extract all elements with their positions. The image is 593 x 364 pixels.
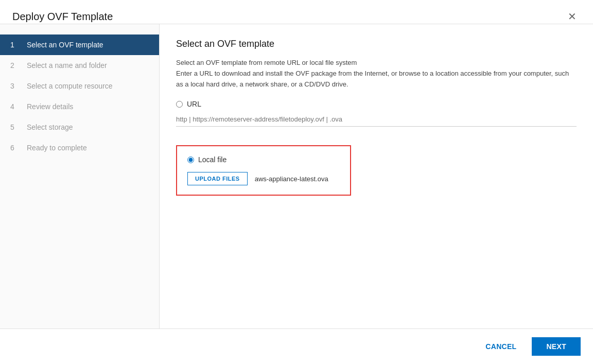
dialog-title: Deploy OVF Template bbox=[12, 11, 564, 23]
local-file-header: Local file bbox=[187, 155, 340, 164]
deploy-ovf-dialog: Deploy OVF Template ✕ 1 Select an OVF te… bbox=[0, 0, 593, 364]
content-title: Select an OVF template bbox=[176, 39, 577, 49]
url-radio-group: URL bbox=[176, 100, 577, 137]
step-5-label: Select storage bbox=[27, 123, 73, 131]
sidebar-item-2[interactable]: 2 Select a name and folder bbox=[0, 55, 159, 76]
file-name: aws-appliance-latest.ova bbox=[255, 175, 328, 183]
sidebar-item-6[interactable]: 6 Ready to complete bbox=[0, 137, 159, 158]
sidebar-item-3[interactable]: 3 Select a compute resource bbox=[0, 76, 159, 96]
sidebar: 1 Select an OVF template 2 Select a name… bbox=[0, 24, 160, 328]
main-content: Select an OVF template Select an OVF tem… bbox=[160, 24, 593, 328]
description: Select an OVF template from remote URL o… bbox=[176, 58, 577, 90]
step-3-label: Select a compute resource bbox=[27, 82, 113, 90]
step-6-label: Ready to complete bbox=[27, 144, 87, 152]
description-line2: Enter a URL to download and install the … bbox=[176, 68, 577, 90]
upload-files-button[interactable]: UPLOAD FILES bbox=[187, 172, 248, 185]
local-file-box: Local file UPLOAD FILES aws-appliance-la… bbox=[176, 145, 351, 196]
dialog-header: Deploy OVF Template ✕ bbox=[0, 0, 593, 24]
dialog-footer: CANCEL NEXT bbox=[0, 328, 593, 364]
step-4-number: 4 bbox=[10, 102, 22, 111]
step-1-label: Select an OVF template bbox=[27, 41, 103, 49]
sidebar-item-1[interactable]: 1 Select an OVF template bbox=[0, 34, 159, 55]
next-button[interactable]: NEXT bbox=[532, 337, 581, 356]
step-2-number: 2 bbox=[10, 61, 22, 70]
step-1-number: 1 bbox=[10, 41, 22, 49]
step-5-number: 5 bbox=[10, 123, 22, 131]
sidebar-item-4[interactable]: 4 Review details bbox=[0, 96, 159, 117]
sidebar-item-5[interactable]: 5 Select storage bbox=[0, 117, 159, 137]
cancel-button[interactable]: CANCEL bbox=[476, 337, 526, 356]
close-icon: ✕ bbox=[568, 11, 577, 22]
url-input[interactable] bbox=[176, 112, 577, 127]
dialog-body: 1 Select an OVF template 2 Select a name… bbox=[0, 24, 593, 328]
step-2-label: Select a name and folder bbox=[27, 61, 107, 70]
step-4-label: Review details bbox=[27, 102, 73, 111]
description-line1: Select an OVF template from remote URL o… bbox=[176, 58, 577, 68]
close-button[interactable]: ✕ bbox=[564, 9, 581, 24]
local-file-label: Local file bbox=[198, 155, 226, 164]
step-3-number: 3 bbox=[10, 82, 22, 90]
upload-row: UPLOAD FILES aws-appliance-latest.ova bbox=[187, 172, 340, 185]
step-6-number: 6 bbox=[10, 144, 22, 152]
url-radio-label: URL bbox=[187, 100, 201, 108]
local-file-radio[interactable] bbox=[187, 157, 194, 163]
url-option[interactable]: URL bbox=[176, 100, 577, 108]
url-radio[interactable] bbox=[176, 101, 183, 108]
